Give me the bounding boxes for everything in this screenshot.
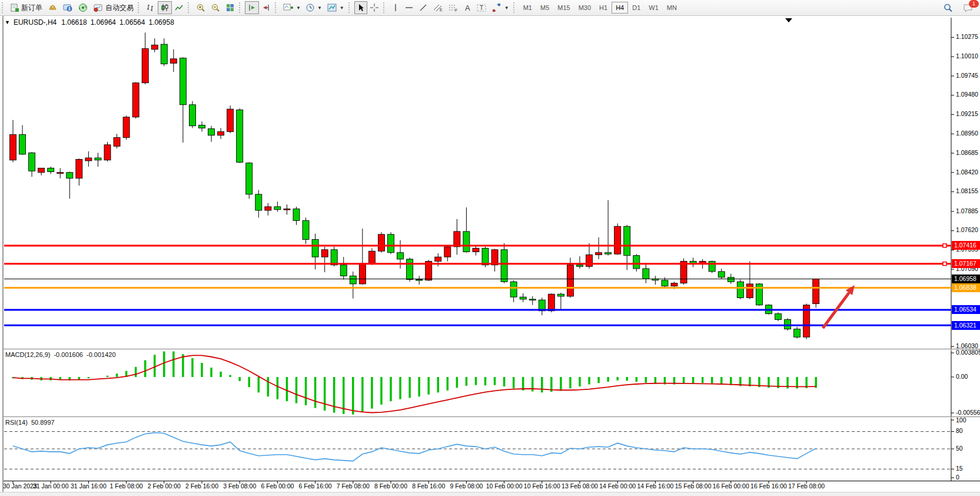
line-chart-button[interactable] (172, 1, 186, 14)
timeframe-h1-button[interactable]: H1 (595, 2, 612, 14)
cursor-button[interactable] (354, 1, 367, 14)
candle-body-bull (170, 59, 177, 63)
rsi-value: 50.8997 (31, 419, 55, 426)
arrows-button[interactable]: ▼ (489, 1, 511, 14)
candle-body-bull (368, 251, 375, 263)
search-icon (943, 3, 954, 13)
time-tick-label: 17 Feb 08:00 (788, 482, 825, 490)
periods-button[interactable]: ▼ (303, 1, 324, 14)
chart-shift-button[interactable] (259, 1, 273, 14)
candle-body-bear (407, 259, 413, 280)
time-tick-label: 7 Feb 08:00 (337, 482, 370, 490)
timeframe-m15-button[interactable]: M15 (553, 2, 574, 14)
candle-body-bear (557, 294, 564, 296)
time-tick-label: 10 Feb 16:00 (524, 482, 560, 490)
time-tick-label: 31 Jan 16:00 (71, 482, 107, 490)
fibonacci-icon: F (448, 3, 459, 12)
gold-button[interactable] (45, 1, 60, 14)
timeframe-w1-button[interactable]: W1 (645, 2, 663, 14)
chevron-down-icon: ▼ (296, 5, 301, 11)
community-button[interactable] (60, 1, 75, 14)
vertical-line-button[interactable] (389, 1, 402, 14)
search-button[interactable] (941, 1, 956, 14)
new-order-icon (10, 3, 19, 12)
time-tick-label: 10 Feb 00:00 (486, 482, 523, 490)
price-badge: 1.06958 (952, 275, 980, 283)
add-indicator-button[interactable]: ▼ (281, 1, 303, 14)
trendline-button[interactable] (416, 1, 430, 14)
new-order-label: 新订单 (21, 3, 42, 13)
notification-badge: 1 (969, 0, 979, 8)
toolbar: 新订单 自动交易 ▼ ▼ (0, 0, 980, 16)
equidistant-channel-button[interactable]: E (430, 1, 446, 14)
text-label-button[interactable]: T (474, 1, 489, 14)
text-button[interactable]: A (461, 1, 474, 14)
fibonacci-button[interactable]: F (446, 1, 461, 14)
candle-body-bull (265, 207, 271, 210)
candlestick-chart-icon (160, 3, 170, 12)
chevron-down-icon: ▼ (340, 5, 344, 11)
bar-chart-button[interactable] (144, 1, 158, 14)
rsi-tick-label: 80 (956, 427, 963, 434)
candle-body-bear (397, 253, 404, 259)
candle-body-bull (444, 247, 451, 257)
zoom-out-icon (211, 3, 221, 12)
line-handle[interactable] (943, 244, 946, 247)
price-tick-label: 1.10010 (956, 52, 978, 59)
candle-body-bear (48, 168, 54, 171)
rsi-indicator-label: RSI(14) 50.8997 (5, 419, 55, 426)
candle-body-bull (596, 253, 602, 255)
price-tick-label: 1.08950 (956, 130, 978, 137)
zoom-out-button[interactable] (208, 1, 223, 14)
time-tick-label: 8 Feb 00:00 (374, 482, 407, 490)
zoom-in-button[interactable] (194, 1, 208, 14)
arrows-icon (491, 3, 502, 12)
candle-body-bear (737, 282, 743, 297)
price-badge: 1.07416 (952, 241, 980, 250)
tile-windows-icon (225, 3, 235, 12)
time-tick-label: 2 Feb 16:00 (185, 482, 218, 490)
candle-body-bear (520, 297, 526, 299)
candle-body-bull (132, 83, 139, 117)
crosshair-button[interactable] (367, 1, 381, 14)
timeframe-mn-button[interactable]: MN (663, 2, 681, 14)
candle-body-bear (794, 329, 800, 338)
candle-body-bull (548, 294, 554, 310)
candle-body-bull (473, 248, 479, 252)
equidistant-channel-icon: E (433, 3, 443, 12)
timeframe-bar: M1M5M15M30H1H4D1W1MN (519, 2, 681, 14)
price-tick-label: 1.08155 (956, 187, 978, 194)
time-tick-label: 15 Feb 08:00 (675, 482, 712, 490)
timeframe-m1-button[interactable]: M1 (519, 2, 536, 14)
candle-body-bear (727, 277, 734, 282)
candle-body-bear (189, 105, 195, 126)
community-icon (62, 3, 73, 12)
timeframe-h4-button[interactable]: H4 (612, 2, 628, 14)
line-handle[interactable] (943, 262, 946, 266)
tile-windows-button[interactable] (223, 1, 237, 14)
symbol-dropdown-icon[interactable]: ▼ (5, 19, 10, 25)
candle-body-bear (331, 250, 337, 265)
candlestick-chart-button[interactable] (158, 1, 172, 14)
timeframe-m30-button[interactable]: M30 (574, 2, 595, 14)
chart-canvas[interactable]: 1.102751.100101.097451.094801.092151.089… (0, 0, 980, 496)
signals-button[interactable] (75, 1, 91, 14)
new-order-button[interactable]: 新订单 (8, 1, 45, 14)
timeframe-d1-button[interactable]: D1 (628, 2, 645, 14)
time-tick-label: 16 Feb 00:00 (713, 482, 749, 490)
toolbar-grip (138, 2, 141, 13)
macd-signal-value: -0.001420 (87, 351, 116, 358)
timeframe-m5-button[interactable]: M5 (536, 2, 553, 14)
horizontal-line-button[interactable] (402, 1, 416, 14)
zoom-in-icon (196, 3, 206, 12)
time-tick-label: 30 Jan 2023 (3, 482, 37, 490)
notifications-button[interactable]: 1 (961, 1, 976, 14)
rsi-tick-label: 0 (956, 474, 959, 481)
time-tick-label: 9 Feb 08:00 (450, 482, 483, 490)
time-tick-label: 16 Feb 16:00 (750, 482, 787, 490)
auto-trading-button[interactable]: 自动交易 (91, 1, 136, 14)
signals-icon (78, 3, 88, 12)
templates-button[interactable]: ▼ (324, 1, 347, 14)
candle-body-bull (378, 234, 384, 251)
auto-scroll-button[interactable] (245, 1, 259, 14)
